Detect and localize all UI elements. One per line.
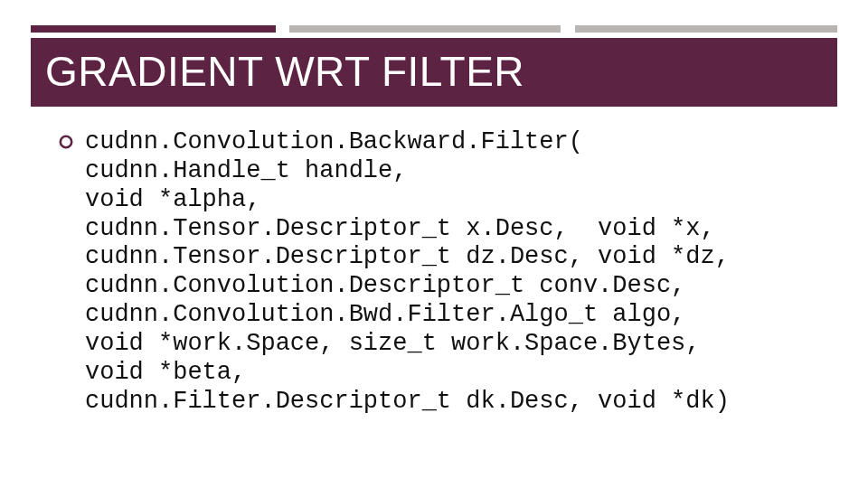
- top-accent-gap-2: [561, 25, 574, 33]
- circle-bullet-icon: [58, 134, 74, 150]
- code-block: cudnn.Convolution.Backward.Filter( cudnn…: [85, 128, 730, 417]
- slide: GRADIENT WRT FILTER cudnn.Convolution.Ba…: [0, 0, 868, 488]
- top-accent-gap-1: [276, 25, 289, 33]
- top-accent-segment-2: [289, 25, 561, 33]
- slide-content: cudnn.Convolution.Backward.Filter( cudnn…: [31, 128, 837, 417]
- bullet-item: cudnn.Convolution.Backward.Filter( cudnn…: [58, 128, 837, 417]
- title-bar: GRADIENT WRT FILTER: [31, 38, 837, 107]
- top-accent-segment-1: [31, 25, 276, 33]
- top-accent-segment-3: [575, 25, 837, 33]
- top-accent-bar: [31, 25, 837, 33]
- svg-point-0: [61, 136, 71, 147]
- page-title: GRADIENT WRT FILTER: [45, 47, 823, 96]
